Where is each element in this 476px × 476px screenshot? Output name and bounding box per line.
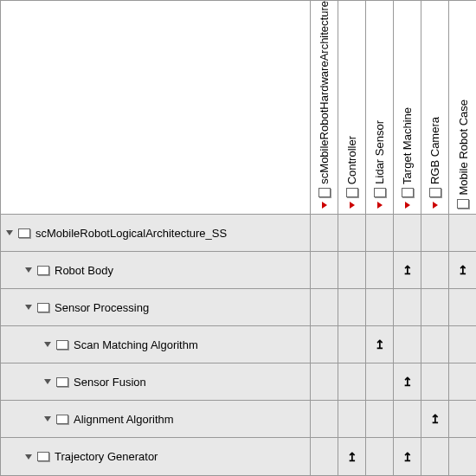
matrix-cell[interactable] — [338, 326, 366, 363]
row-header[interactable]: Robot Body — [1, 252, 311, 288]
allocation-arrow-icon: ↥ — [458, 263, 468, 277]
matrix-cell[interactable] — [394, 215, 421, 251]
component-icon — [56, 415, 68, 424]
tree-toggle-icon[interactable] — [44, 416, 51, 421]
allocation-arrow-icon: ↥ — [347, 450, 357, 464]
table-row: Robot Body↥↥ — [1, 252, 475, 289]
matrix-cell[interactable] — [338, 401, 366, 437]
row-header[interactable]: Trajectory Generator — [1, 438, 311, 475]
row-header[interactable]: scMobileRobotLogicalArchitecture_SS — [1, 215, 311, 251]
component-icon — [37, 266, 49, 275]
allocation-matrix: scMobileRobotHardwareArchitecture Contro… — [0, 0, 476, 476]
tree-toggle-icon[interactable] — [25, 454, 32, 460]
red-arrow-icon — [377, 202, 383, 209]
row-label: Trajectory Generator — [55, 450, 158, 463]
row-label: Scan Matching Algorithm — [74, 338, 198, 351]
matrix-cell[interactable] — [311, 289, 338, 325]
col-header-target-machine[interactable]: Target Machine — [394, 1, 421, 214]
matrix-cell[interactable] — [421, 252, 449, 288]
matrix-cell[interactable] — [311, 363, 338, 400]
col-label: scMobileRobotHardwareArchitecture — [318, 1, 331, 184]
row-label: Sensor Processing — [55, 301, 149, 314]
matrix-cell[interactable] — [311, 326, 338, 363]
matrix-cell[interactable] — [338, 215, 366, 251]
matrix-cell[interactable] — [449, 363, 476, 400]
matrix-cell[interactable] — [421, 438, 449, 475]
matrix-cell[interactable]: ↥ — [338, 438, 366, 475]
component-icon — [346, 188, 358, 197]
component-icon — [18, 228, 30, 238]
matrix-cell[interactable] — [338, 252, 366, 288]
matrix-cell[interactable] — [338, 289, 366, 325]
col-icons — [346, 188, 358, 209]
row-header[interactable]: Scan Matching Algorithm — [1, 326, 311, 363]
matrix-cell[interactable] — [394, 326, 421, 363]
row-header[interactable]: Sensor Fusion — [1, 363, 311, 400]
col-label: Controller — [345, 136, 358, 184]
matrix-cell[interactable] — [311, 252, 338, 288]
matrix-cell[interactable] — [449, 326, 476, 363]
matrix-cell[interactable] — [421, 363, 449, 400]
matrix-cell[interactable]: ↥ — [394, 252, 421, 288]
matrix-cell[interactable] — [366, 363, 394, 400]
component-icon — [374, 188, 386, 197]
red-arrow-icon — [433, 202, 438, 209]
row-label: Alignment Algorithm — [74, 413, 174, 426]
matrix-cell[interactable] — [394, 401, 421, 437]
table-row: Sensor Fusion↥ — [1, 363, 475, 401]
matrix-cell[interactable]: ↥ — [421, 401, 449, 437]
matrix-cell[interactable] — [449, 401, 476, 437]
col-header-hardware-architecture[interactable]: scMobileRobotHardwareArchitecture — [311, 1, 338, 214]
tree-toggle-icon[interactable] — [44, 342, 51, 347]
corner-cell — [1, 1, 311, 214]
component-icon — [318, 188, 331, 197]
matrix-cell[interactable] — [449, 215, 476, 251]
component-icon — [457, 199, 469, 209]
matrix-cell[interactable] — [338, 363, 366, 400]
matrix-cell[interactable] — [421, 215, 449, 251]
col-header-lidar-sensor[interactable]: Lidar Sensor — [366, 1, 394, 214]
component-icon — [56, 340, 68, 350]
matrix-cell[interactable] — [366, 438, 394, 475]
col-icons — [457, 199, 469, 209]
matrix-cell[interactable] — [311, 401, 338, 437]
red-arrow-icon — [350, 202, 355, 209]
component-icon — [56, 377, 68, 387]
matrix-cell[interactable] — [449, 289, 476, 325]
matrix-cell[interactable]: ↥ — [394, 438, 421, 475]
matrix-cell[interactable] — [311, 438, 338, 475]
matrix-cell[interactable] — [366, 252, 394, 288]
table-row: Alignment Algorithm↥ — [1, 401, 475, 438]
col-header-controller[interactable]: Controller — [338, 1, 366, 214]
red-arrow-icon — [405, 202, 410, 209]
col-icons — [374, 188, 386, 209]
col-label: Target Machine — [401, 107, 414, 184]
row-label: Robot Body — [55, 264, 113, 277]
row-header[interactable]: Sensor Processing — [1, 289, 311, 325]
col-header-rgb-camera[interactable]: RGB Camera — [421, 1, 449, 214]
col-icons — [402, 188, 414, 209]
tree-toggle-icon[interactable] — [25, 305, 32, 310]
allocation-arrow-icon: ↥ — [402, 450, 413, 464]
column-headers-row: scMobileRobotHardwareArchitecture Contro… — [1, 1, 475, 215]
allocation-arrow-icon: ↥ — [375, 338, 385, 351]
matrix-cell[interactable]: ↥ — [394, 363, 421, 400]
matrix-cell[interactable] — [366, 215, 394, 251]
col-header-mobile-robot-case[interactable]: Mobile Robot Case — [449, 1, 476, 214]
matrix-cell[interactable] — [421, 326, 449, 363]
component-icon — [402, 188, 414, 197]
matrix-cell[interactable] — [421, 289, 449, 325]
col-label: Lidar Sensor — [373, 120, 386, 184]
tree-toggle-icon[interactable] — [6, 230, 13, 235]
matrix-cell[interactable]: ↥ — [366, 326, 394, 363]
matrix-cell[interactable] — [366, 401, 394, 437]
matrix-cell[interactable]: ↥ — [449, 252, 476, 288]
tree-toggle-icon[interactable] — [44, 379, 51, 384]
matrix-cell[interactable] — [311, 215, 338, 251]
tree-toggle-icon[interactable] — [25, 267, 32, 273]
row-header[interactable]: Alignment Algorithm — [1, 401, 311, 437]
matrix-cell[interactable] — [366, 289, 394, 325]
allocation-arrow-icon: ↥ — [402, 263, 413, 277]
matrix-cell[interactable] — [394, 289, 421, 325]
matrix-cell[interactable] — [449, 438, 476, 475]
